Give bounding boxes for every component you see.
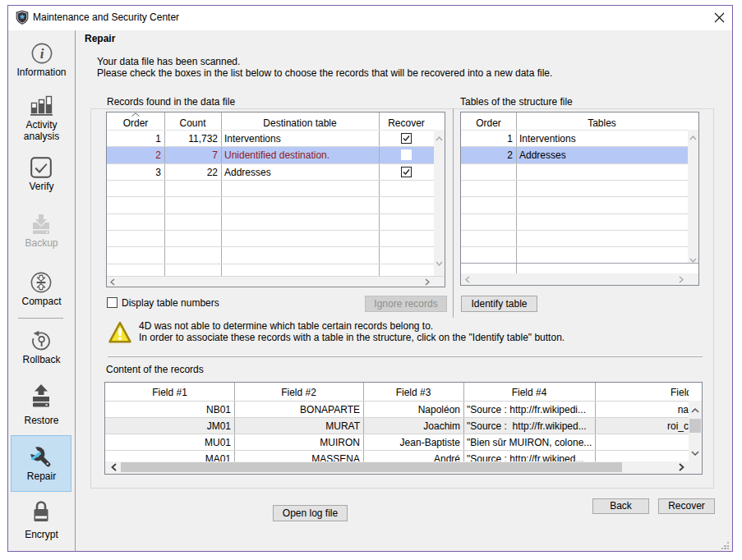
svg-text:i: i	[40, 46, 44, 62]
